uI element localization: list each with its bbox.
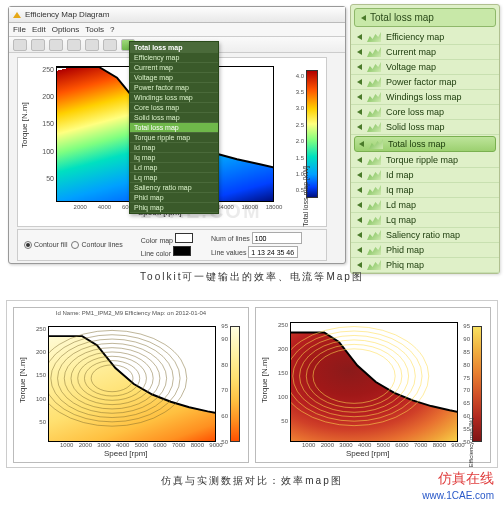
map-list-item[interactable]: Lq map <box>351 213 499 228</box>
chart-icon <box>367 170 381 180</box>
colorbar-tick: 95 <box>221 323 228 329</box>
map-list-item[interactable]: Ld map <box>351 198 499 213</box>
right-chart: Torque [N.m] Speed [rpm] 501001502002501… <box>255 307 491 463</box>
map-list-item-label: Lq map <box>386 215 416 225</box>
y-tick: 200 <box>40 93 54 100</box>
toolbar-button[interactable] <box>67 39 81 51</box>
toolbar-button[interactable] <box>31 39 45 51</box>
y-tick: 50 <box>32 419 46 425</box>
x-tick: 8000 <box>191 442 204 448</box>
map-list-item-label: Voltage map <box>386 62 436 72</box>
colorbar-tick: 50 <box>221 439 228 445</box>
colorbar-tick: 0.5 <box>296 187 304 193</box>
x-tick: 1000 <box>302 442 315 448</box>
map-list-item[interactable]: Total loss map <box>354 136 496 152</box>
map-list-item[interactable]: Torque ripple map <box>351 153 499 168</box>
y-tick: 200 <box>274 346 288 352</box>
linecolor-label: Line color <box>141 250 171 257</box>
map-list-item[interactable]: Power factor map <box>351 75 499 90</box>
x-tick: 18000 <box>266 204 283 210</box>
map-list-item[interactable]: Saliency ratio map <box>351 228 499 243</box>
dropdown-item[interactable]: Phiq map <box>130 203 218 213</box>
dropdown-item[interactable]: Lq map <box>130 173 218 183</box>
dropdown-item[interactable]: Power factor map <box>130 83 218 93</box>
contour-fill-radio[interactable]: Contour fill <box>24 241 67 249</box>
x-tick: 3000 <box>97 442 110 448</box>
map-list-item[interactable]: Current map <box>351 45 499 60</box>
linevalues-label: Line values <box>211 249 246 256</box>
map-list-item[interactable]: Efficiency map <box>351 30 499 45</box>
linevalues-input[interactable] <box>248 246 298 258</box>
chart-icon <box>367 107 381 117</box>
toolbar-button[interactable] <box>13 39 27 51</box>
colorbar-tick: 3.5 <box>296 89 304 95</box>
colorbar-tick: 95 <box>463 323 470 329</box>
numlines-input[interactable] <box>252 232 302 244</box>
map-list-item-label: Windings loss map <box>386 92 462 102</box>
chart-icon <box>367 32 381 42</box>
dropdown-item[interactable]: Efficiency map <box>130 53 218 63</box>
y-tick: 100 <box>40 148 54 155</box>
chart-icon <box>369 139 383 149</box>
map-list-item[interactable]: Id map <box>351 168 499 183</box>
map-list-item[interactable]: Iq map <box>351 183 499 198</box>
brand-url: www.1CAE.com <box>422 490 494 501</box>
map-list-item[interactable]: Core loss map <box>351 105 499 120</box>
map-list-item[interactable]: Windings loss map <box>351 90 499 105</box>
toolbar-button[interactable] <box>49 39 63 51</box>
x-axis-label: Speed [rpm] <box>104 449 148 458</box>
y-tick: 50 <box>40 175 54 182</box>
map-list-item-label: Efficiency map <box>386 32 444 42</box>
dropdown-item[interactable]: Iq map <box>130 153 218 163</box>
map-list-item[interactable]: Solid loss map <box>351 120 499 135</box>
menu-file[interactable]: File <box>13 25 26 34</box>
dropdown-item[interactable]: Ld map <box>130 163 218 173</box>
dropdown-item[interactable]: Voltage map <box>130 73 218 83</box>
dropdown-item[interactable]: Core loss map <box>130 103 218 113</box>
dropdown-item[interactable]: Windings loss map <box>130 93 218 103</box>
colorbar-tick: 70 <box>221 387 228 393</box>
chart-icon <box>367 200 381 210</box>
chevron-left-icon <box>357 202 362 208</box>
toolbar-button[interactable] <box>103 39 117 51</box>
dropdown-item[interactable]: Saliency ratio map <box>130 183 218 193</box>
dropdown-item[interactable]: Id map <box>130 143 218 153</box>
menu-options[interactable]: Options <box>52 25 80 34</box>
colorbar-tick: 90 <box>221 336 228 342</box>
x-tick: 4000 <box>358 442 371 448</box>
chart-icon <box>367 215 381 225</box>
dropdown-item[interactable]: Torque ripple map <box>130 133 218 143</box>
map-list-item-label: Solid loss map <box>386 122 445 132</box>
chart-icon <box>367 62 381 72</box>
menu-help[interactable]: ? <box>110 25 114 34</box>
y-tick: 100 <box>32 396 46 402</box>
map-list-item-label: Torque ripple map <box>386 155 458 165</box>
map-list-item[interactable]: Phid map <box>351 243 499 258</box>
colorbar-tick: 1.0 <box>296 171 304 177</box>
chart-icon <box>367 260 381 270</box>
dropdown-item[interactable]: Solid loss map <box>130 113 218 123</box>
chart-icon <box>367 230 381 240</box>
menu-tools[interactable]: Tools <box>85 25 104 34</box>
menu-edit[interactable]: Edit <box>32 25 46 34</box>
map-type-dropdown: Total loss map Efficiency mapCurrent map… <box>129 41 219 214</box>
contour-lines-radio[interactable]: Contour lines <box>71 241 122 249</box>
dropdown-header: Total loss map <box>130 42 218 53</box>
linecolor-swatch[interactable] <box>173 246 191 256</box>
plot-area <box>290 322 458 442</box>
toolbar-button[interactable] <box>85 39 99 51</box>
x-tick: 2000 <box>321 442 334 448</box>
dropdown-item[interactable]: Phid map <box>130 193 218 203</box>
map-list-item-label: Phiq map <box>386 260 424 270</box>
map-list-item[interactable]: Voltage map <box>351 60 499 75</box>
map-list-item-label: Ld map <box>386 200 416 210</box>
dropdown-item[interactable]: Total loss map <box>130 123 218 133</box>
x-tick: 7000 <box>172 442 185 448</box>
dropdown-item[interactable]: Current map <box>130 63 218 73</box>
colorbar-tick: 70 <box>463 387 470 393</box>
y-axis-label: Torque [N.m] <box>260 357 269 403</box>
colorbar-tick: 50 <box>463 439 470 445</box>
chart-icon <box>367 155 381 165</box>
colormap-swatch[interactable] <box>175 233 193 243</box>
y-tick: 50 <box>274 418 288 424</box>
